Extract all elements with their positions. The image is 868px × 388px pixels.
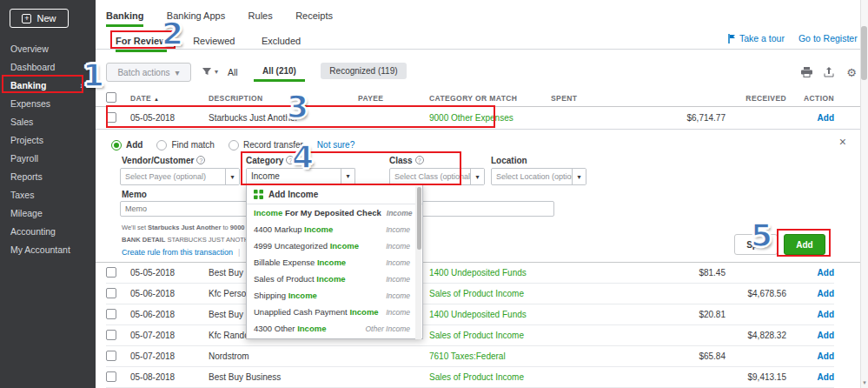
sidebar-item-my-accountant[interactable]: My Accountant <box>0 241 96 259</box>
category-option[interactable]: Income For My Deposited Check Income <box>247 204 422 221</box>
col-payee[interactable]: PAYEE <box>358 94 429 103</box>
category-option[interactable]: 4400 Markup Income Income <box>247 221 422 237</box>
location-select[interactable]: Select Location (optional) ▾ <box>491 168 586 185</box>
category-option[interactable]: Billable Expense Income Income <box>247 254 422 271</box>
sidebar-item-banking[interactable]: › Banking <box>0 77 96 95</box>
radio-record-transfer[interactable]: Record transfer <box>229 137 303 152</box>
table-row[interactable]: 05-07-2018 Nordstrom 7610 Taxes:Federal … <box>106 346 834 367</box>
new-button[interactable]: + New <box>10 9 69 28</box>
select-all-checkbox[interactable] <box>106 92 116 103</box>
filter-tab-all[interactable]: All (210) <box>254 63 305 82</box>
filter-control[interactable]: ▾ <box>202 66 218 77</box>
col-description[interactable]: DESCRIPTION <box>209 94 358 103</box>
sidebar-item-reports[interactable]: Reports <box>0 168 96 186</box>
col-spent[interactable]: SPENT <box>542 94 726 103</box>
go-to-register-link[interactable]: Go to Register <box>798 33 858 43</box>
print-icon[interactable] <box>799 66 813 78</box>
tab-excluded[interactable]: Excluded <box>262 36 301 50</box>
batch-actions-button[interactable]: Batch actions ▾ <box>106 63 191 82</box>
caret-down-icon[interactable]: ▾ <box>572 169 586 184</box>
add-action-link[interactable]: Add <box>818 372 834 382</box>
add-action-link[interactable]: Add <box>818 351 834 361</box>
col-received[interactable]: RECEIVED <box>726 94 786 103</box>
table-row[interactable]: 05-08-2018 Best Buy Business Sales of Pr… <box>106 367 834 388</box>
table-row[interactable]: 05-06-2018 Kfc Personal... Sales of Prod… <box>106 284 834 304</box>
split-button[interactable]: Split <box>734 234 778 255</box>
radio-find-match[interactable]: Find match <box>156 137 214 152</box>
col-category[interactable]: CATEGORY OR MATCH <box>429 94 542 103</box>
category-link[interactable]: 7610 Taxes:Federal <box>429 351 542 361</box>
add-new-income-option[interactable]: Add Income <box>247 185 422 204</box>
row-checkbox[interactable] <box>106 112 116 123</box>
tab-reviewed[interactable]: Reviewed <box>193 36 235 50</box>
row-checkbox[interactable] <box>106 309 116 319</box>
table-row[interactable]: 05-06-2018 Best Buy 1400 Undeposited Fun… <box>106 304 834 325</box>
auto-set-note: We'll set Starbucks Just Another to 9000… <box>122 224 263 231</box>
category-option[interactable]: Shipping Income Income <box>247 287 422 304</box>
not-sure-link[interactable]: Not sure? <box>317 140 354 150</box>
category-link[interactable]: Sales of Product Income <box>429 372 542 382</box>
tab-banking-apps[interactable]: Banking Apps <box>167 10 225 24</box>
option-label: 4999 Uncategorized Income <box>254 241 359 251</box>
option-label: 4300 Other Income <box>254 324 326 333</box>
sidebar-item-projects[interactable]: Projects <box>0 131 96 150</box>
row-checkbox[interactable] <box>106 351 116 361</box>
sidebar-item-overview[interactable]: Overview <box>0 40 96 58</box>
category-input[interactable] <box>247 169 341 184</box>
create-rule-link[interactable]: Create rule from this transaction <box>122 248 233 257</box>
radio-add[interactable]: Add <box>111 137 142 152</box>
row-checkbox[interactable] <box>106 267 116 278</box>
add-action-link[interactable]: Add <box>818 113 834 123</box>
category-link[interactable]: Sales of Product Income <box>429 331 542 340</box>
sidebar-item-dashboard[interactable]: Dashboard <box>0 58 96 77</box>
sidebar-item-taxes[interactable]: Taxes <box>0 186 96 204</box>
row-checkbox[interactable] <box>106 288 116 298</box>
help-icon: ? <box>196 156 205 164</box>
tab-receipts[interactable]: Receipts <box>295 10 333 24</box>
category-link[interactable]: 1400 Undeposited Funds <box>429 268 542 278</box>
table-row[interactable]: 05-07-2018 Kfc Random... Sales of Produc… <box>106 325 834 346</box>
add-action-link[interactable]: Add <box>818 310 834 319</box>
add-action-link[interactable]: Add <box>818 268 834 278</box>
table-row[interactable]: 05-05-2018 Starbucks Just Another 9000 O… <box>106 107 834 129</box>
take-a-tour-link[interactable]: Take a tour <box>728 33 785 43</box>
category-option[interactable]: 4300 Other Income Other Income <box>247 320 422 337</box>
category-option[interactable]: Sales of Product Income Income <box>247 271 422 287</box>
page-scrollbar-thumb[interactable] <box>861 26 867 80</box>
sidebar-item-expenses[interactable]: Expenses <box>0 95 96 113</box>
tab-rules[interactable]: Rules <box>248 10 273 24</box>
category-link[interactable]: Sales of Product Income <box>429 289 542 298</box>
dropdown-scroll-thumb[interactable] <box>417 187 421 250</box>
tab-for-review[interactable]: For Review <box>116 36 167 52</box>
row-checkbox[interactable] <box>106 371 116 382</box>
sidebar-item-payroll[interactable]: Payroll <box>0 150 96 168</box>
gear-icon[interactable]: ⚙ <box>845 66 858 78</box>
filter-tab-recognized[interactable]: Recognized (119) <box>321 63 406 79</box>
vendor-select[interactable]: Select Payee (optional) ▾ <box>120 168 240 185</box>
category-option[interactable]: Unapplied Cash Payment Income Income <box>247 304 422 320</box>
category-link[interactable]: 9000 Other Expenses <box>429 113 542 123</box>
close-icon[interactable]: × <box>839 135 846 149</box>
tab-banking[interactable]: Banking <box>106 10 143 27</box>
category-option[interactable]: 4999 Uncategorized Income Income <box>247 237 422 254</box>
col-date[interactable]: DATE ▲ <box>130 94 209 103</box>
add-button[interactable]: Add <box>784 234 825 255</box>
option-label: Shipping Income <box>254 291 317 300</box>
sidebar-item-accounting[interactable]: Accounting <box>0 223 96 241</box>
sidebar-item-mileage[interactable]: Mileage <box>0 204 96 223</box>
table-row[interactable]: 05-05-2018 Best Buy 1400 Undeposited Fun… <box>106 263 834 284</box>
caret-down-icon[interactable]: ▾ <box>341 169 354 184</box>
new-button-label: New <box>36 13 56 23</box>
add-action-link[interactable]: Add <box>818 289 834 298</box>
option-type: Income <box>386 291 410 300</box>
option-label: Sales of Product Income <box>254 274 346 284</box>
scroll-down-arrow[interactable]: ▾ <box>861 379 868 386</box>
caret-down-icon[interactable]: ▾ <box>225 169 239 184</box>
add-action-link[interactable]: Add <box>818 331 834 340</box>
category-link[interactable]: 1400 Undeposited Funds <box>429 310 542 319</box>
class-select[interactable]: Select Class (optional) ▾ <box>389 168 485 185</box>
export-icon[interactable] <box>822 66 836 78</box>
caret-down-icon[interactable]: ▾ <box>470 169 484 184</box>
row-checkbox[interactable] <box>106 330 116 340</box>
sidebar-item-sales[interactable]: Sales <box>0 113 96 131</box>
